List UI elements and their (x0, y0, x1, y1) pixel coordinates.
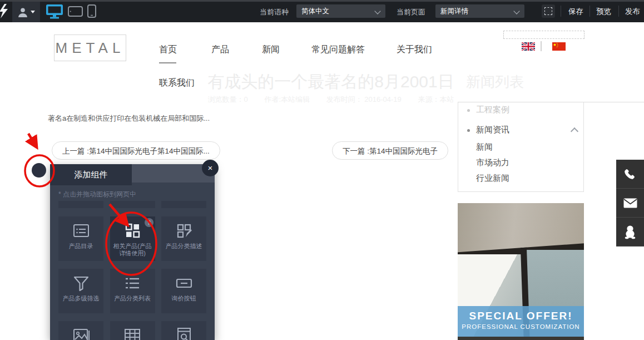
nav-item-faq[interactable]: 常见问题解答 (311, 44, 365, 56)
nav-item-news[interactable]: 新闻 (262, 44, 280, 56)
help-badge[interactable]: ? (145, 218, 153, 227)
meta-author: 作者:本站编辑 (264, 95, 310, 104)
sections-outline-button[interactable] (542, 4, 555, 18)
subcategory-news[interactable]: 新闻 (476, 142, 493, 152)
tile-partial (58, 201, 103, 208)
nav-active-underline (159, 62, 176, 63)
editor-toolbar: 当前语种 简体中文 当前页面 新闻详情 保存 预览 发布 (0, 0, 644, 22)
phone-contact-button[interactable] (616, 160, 644, 189)
list-icon (123, 274, 142, 293)
banner-headline: SPECIAL OFFER! (458, 310, 584, 322)
nav-item-products[interactable]: 产品 (211, 44, 229, 56)
article-excerpt: 著名a在制造和供应打印在包装机械在局部和国际... (48, 114, 210, 124)
tile-label: 询价按钮 (171, 295, 197, 302)
toolbar-divider (589, 6, 590, 17)
tile-label: 相关产品(产品详情使用) (110, 243, 155, 257)
subcategory-market[interactable]: 市场动力 (476, 157, 509, 168)
tablet-icon (68, 6, 83, 17)
tile-related-products[interactable]: ? 相关产品(产品详情使用) (110, 216, 155, 261)
account-menu[interactable] (12, 2, 40, 22)
publish-button[interactable]: 发布 (625, 7, 640, 17)
save-button[interactable]: 保存 (568, 7, 583, 17)
meta-source: 来源：本站 (418, 95, 454, 104)
tile-label: 产品分类描述 (165, 243, 204, 250)
sidebar-promo-image[interactable]: SPECIAL OFFER! PROFESSIONAL CUSTOMIZATIO… (458, 203, 584, 340)
product-catalog-icon (72, 221, 91, 240)
language-label: 当前语种 (260, 7, 289, 17)
editor-window: 当前语种 简体中文 当前页面 新闻详情 保存 预览 发布 METAL 首页 产品… (0, 0, 644, 340)
avatar-icon (17, 7, 28, 18)
tile-page-search[interactable] (161, 321, 206, 340)
category-description-icon (175, 221, 194, 240)
button-icon (175, 274, 194, 293)
mobile-view-button[interactable] (87, 3, 96, 19)
meta-views: 浏览数量：0 (208, 95, 248, 104)
mobile-icon (87, 4, 96, 18)
banner-subline: PROFESSIONAL CUSTOMIZATION (458, 323, 584, 330)
tablet-view-button[interactable] (68, 3, 83, 19)
page-select-value: 新闻详情 (440, 7, 468, 15)
subcategory-industry[interactable]: 行业新闻 (476, 173, 509, 184)
qq-penguin-icon (623, 225, 637, 239)
email-contact-button[interactable] (616, 189, 644, 218)
prev-article-button[interactable]: 上一篇 :第14中国国际光电子第14中国国际... (52, 141, 220, 160)
flag-divider (541, 41, 542, 51)
desktop-icon (46, 4, 63, 19)
meta-publish-time: 发布时间： 2016-04-19 (326, 95, 402, 104)
editor-placeholder-box[interactable] (503, 31, 584, 39)
table-icon (123, 326, 142, 340)
image-icon (72, 326, 91, 340)
preview-button[interactable]: 预览 (596, 7, 611, 17)
tile-multi-level-filter[interactable]: 产品多级筛选 (58, 269, 103, 313)
bullet-icon (467, 109, 470, 112)
tile-label: 产品分类列表 (113, 295, 152, 302)
tile-inquiry-button[interactable]: 询价按钮 (161, 269, 206, 313)
toolbar-divider (561, 6, 561, 17)
site-logo[interactable]: METAL (54, 35, 126, 61)
photo-bottom-strip (458, 337, 584, 340)
uk-flag-icon[interactable] (522, 42, 535, 51)
close-icon[interactable]: × (202, 160, 219, 176)
chevron-down-icon (31, 11, 35, 13)
category-cases[interactable]: 工程案例 (476, 105, 509, 115)
panel-tab-add-component[interactable]: 添加组件 (50, 164, 132, 185)
drag-hint-text: * 点击并拖动图标到网页中 (58, 190, 136, 199)
tile-table-component[interactable] (110, 321, 155, 340)
chevron-down-icon (374, 8, 380, 14)
nav-item-home[interactable]: 首页 (159, 44, 177, 56)
tile-label: 产品多级筛选 (62, 295, 101, 302)
related-products-icon (123, 221, 142, 240)
tile-image-component[interactable] (58, 321, 103, 340)
language-select-value: 简体中文 (301, 7, 329, 15)
annotation-arrow-handle (28, 134, 36, 146)
language-select[interactable]: 简体中文 (296, 4, 385, 18)
toolbar-divider (618, 6, 619, 17)
filter-funnel-icon (72, 274, 91, 293)
tile-category-description[interactable]: 产品分类描述 (161, 216, 206, 261)
page-label: 当前页面 (397, 7, 425, 17)
page-select[interactable]: 新闻详情 (435, 4, 524, 18)
tile-partial (110, 201, 155, 208)
window-top-strip (0, 0, 644, 2)
china-flag-icon[interactable] (552, 42, 566, 51)
dashed-square-icon (544, 7, 552, 15)
tile-partial (161, 201, 206, 208)
nav-item-about[interactable]: 关于我们 (397, 44, 432, 56)
category-news[interactable]: 新闻资讯 (476, 125, 509, 135)
phone-icon (624, 168, 636, 180)
brand-bolt-icon (0, 4, 9, 18)
special-offer-banner: SPECIAL OFFER! PROFESSIONAL CUSTOMIZATIO… (458, 306, 584, 337)
bullet-icon (467, 129, 470, 132)
qq-contact-button[interactable] (616, 218, 644, 247)
desktop-view-button[interactable] (46, 3, 63, 19)
mail-icon (623, 198, 637, 208)
page-search-icon (175, 326, 194, 340)
news-list-title-faded: 新闻列表 (466, 72, 524, 92)
drag-handle-dot (32, 163, 46, 178)
tile-category-list[interactable]: 产品分类列表 (110, 269, 155, 313)
tile-label: 产品目录 (68, 243, 95, 250)
tile-product-catalog[interactable]: 产品目录 (58, 216, 103, 261)
add-component-panel: 添加组件 × * 点击并拖动图标到网页中 产品目录 ? (50, 164, 215, 340)
next-article-button[interactable]: 下一篇 :第14中国国际光电子 (332, 141, 448, 160)
component-grid: 产品目录 ? 相关产品(产品详情使用) 产品分类 (58, 216, 206, 340)
